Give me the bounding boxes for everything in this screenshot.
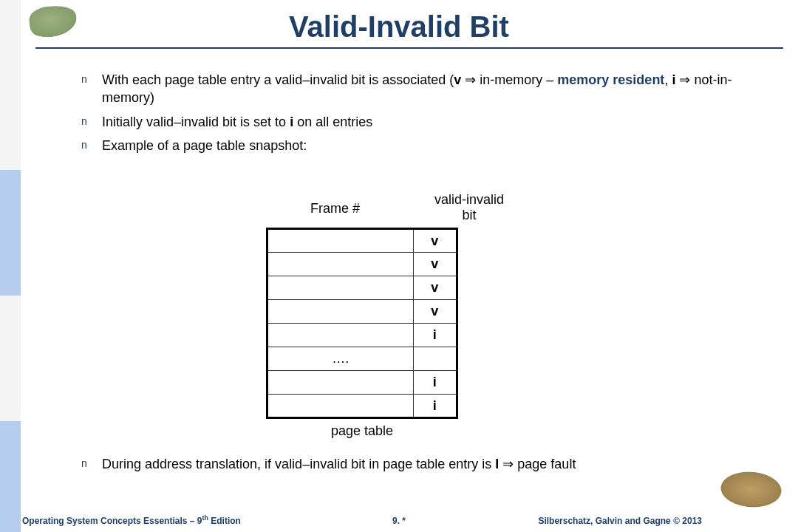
table-row: v: [267, 300, 457, 324]
bullet-list: With each page table entry a valid–inval…: [81, 71, 754, 154]
slide: Valid-Invalid Bit With each page table e…: [0, 0, 798, 532]
table-row: i: [267, 395, 457, 418]
bold-v: v: [454, 72, 461, 87]
footer-copyright: Silberschatz, Galvin and Gagne © 2013: [538, 516, 702, 526]
content-area-lower: During address translation, if valid–inv…: [81, 455, 709, 479]
page-table-figure: Frame # valid-invalid bit v v v v i …. i…: [266, 192, 510, 439]
frame-cell: [267, 276, 414, 300]
bullet-text: ,: [664, 72, 672, 87]
emphasis-memory-resident: memory resident: [557, 72, 664, 87]
bullet-text: With each page table entry a valid–inval…: [102, 72, 454, 87]
dinosaur-icon: [715, 467, 788, 512]
bullet-item: Initially valid–invalid bit is set to i …: [81, 113, 754, 131]
frame-cell: [267, 300, 414, 324]
bit-cell: i: [413, 371, 457, 395]
frame-cell: [267, 395, 414, 418]
column-header-valid-invalid-bit: valid-invalid bit: [429, 192, 510, 223]
bullet-item: With each page table entry a valid–inval…: [81, 71, 754, 107]
bit-cell: v: [413, 229, 457, 253]
bullet-text: During address translation, if valid–inv…: [102, 457, 495, 471]
figure-caption: page table: [266, 423, 458, 439]
bullet-text: ⇒ in-memory –: [461, 72, 557, 87]
table-row: ….: [267, 347, 457, 371]
bullet-item: During address translation, if valid–inv…: [81, 455, 709, 473]
table-row: i: [267, 371, 457, 395]
bullet-text: ⇒ page fault: [499, 457, 576, 471]
frame-cell: [267, 253, 414, 276]
table-row: v: [267, 229, 457, 253]
slide-title: Valid-Invalid Bit: [0, 10, 798, 44]
page-table: v v v v i …. i i: [266, 228, 458, 419]
bullet-item: Example of a page table snapshot:: [81, 137, 754, 154]
bit-cell: v: [413, 300, 457, 324]
slide-footer: Operating System Concepts Essentials – 9…: [0, 510, 798, 526]
bit-cell: i: [413, 324, 457, 347]
bit-cell: i: [413, 395, 457, 418]
header-text: bit: [462, 208, 476, 222]
bit-cell: v: [413, 253, 457, 276]
frame-cell: [267, 324, 414, 347]
table-row: v: [267, 253, 457, 276]
header-text: valid-invalid: [434, 192, 504, 207]
frame-cell: ….: [267, 347, 414, 371]
bit-cell: [413, 347, 457, 371]
column-header-frame: Frame #: [310, 201, 360, 216]
bit-cell: v: [413, 276, 457, 300]
table-row: i: [267, 324, 457, 347]
figure-headers: Frame # valid-invalid bit: [266, 192, 510, 228]
bullet-text: on all entries: [293, 115, 372, 129]
left-sidebar-decoration: [0, 0, 21, 532]
bullet-text: Initially valid–invalid bit is set to: [102, 115, 290, 129]
frame-cell: [267, 371, 414, 395]
content-area: With each page table entry a valid–inval…: [81, 71, 754, 160]
frame-cell: [267, 229, 414, 253]
title-underline: [35, 47, 783, 49]
bullet-list: During address translation, if valid–inv…: [81, 455, 709, 473]
table-row: v: [267, 276, 457, 300]
bullet-text: Example of a page table snapshot:: [102, 138, 307, 153]
